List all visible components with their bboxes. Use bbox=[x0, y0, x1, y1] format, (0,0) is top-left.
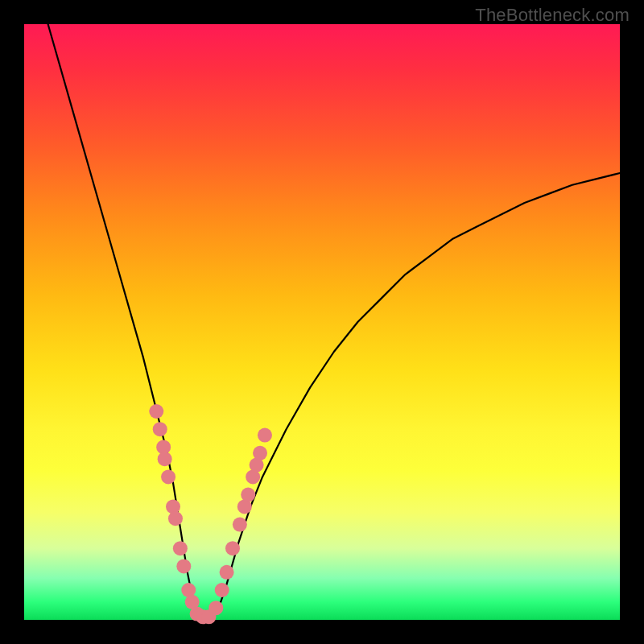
data-dot bbox=[153, 422, 167, 436]
data-dot bbox=[161, 469, 175, 484]
data-dot bbox=[158, 452, 172, 466]
chart-frame: TheBottleneck.com bbox=[0, 0, 644, 644]
data-dot bbox=[176, 559, 191, 573]
data-dot bbox=[258, 428, 272, 443]
data-dots-group bbox=[149, 404, 272, 624]
chart-svg bbox=[24, 24, 620, 620]
data-dot bbox=[225, 541, 240, 555]
data-dot bbox=[173, 541, 188, 555]
bottleneck-curve bbox=[48, 24, 620, 620]
data-dot bbox=[215, 583, 229, 597]
data-dot bbox=[253, 446, 267, 460]
data-dot bbox=[149, 404, 163, 419]
watermark-text: TheBottleneck.com bbox=[475, 5, 630, 26]
data-dot bbox=[166, 499, 180, 514]
data-dot bbox=[241, 488, 255, 502]
data-dot bbox=[220, 565, 234, 580]
plot-area bbox=[24, 24, 620, 620]
data-dot bbox=[233, 518, 247, 532]
data-dot bbox=[208, 601, 223, 615]
data-dot bbox=[168, 511, 183, 526]
